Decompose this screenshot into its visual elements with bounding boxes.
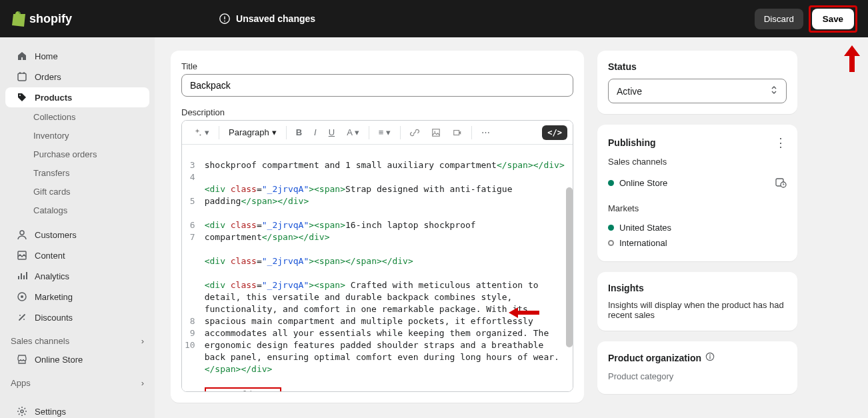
discard-button[interactable]: Discard bbox=[755, 9, 803, 29]
nav-catalogs[interactable]: Catalogs bbox=[5, 201, 149, 219]
svg-rect-10 bbox=[433, 129, 440, 136]
image-button[interactable] bbox=[426, 125, 446, 140]
top-bar: shopify Unsaved changes Discard Save bbox=[0, 0, 868, 37]
main-content: Title Description ▾ Paragraph ▾ B I U A … bbox=[155, 37, 868, 418]
select-chevron-icon bbox=[770, 85, 778, 97]
save-highlight-annotation: Save bbox=[809, 5, 857, 33]
schedule-icon[interactable] bbox=[775, 176, 787, 190]
split-comment-highlighted: <!-- split --> bbox=[205, 387, 282, 391]
bold-button[interactable]: B bbox=[291, 125, 307, 140]
marketing-icon bbox=[16, 291, 28, 303]
shopify-logo: shopify bbox=[11, 11, 72, 27]
home-icon bbox=[16, 50, 28, 62]
products-icon bbox=[16, 91, 28, 103]
content-icon bbox=[16, 249, 28, 261]
text-color-button[interactable]: A ▾ bbox=[341, 125, 365, 140]
status-dot-active bbox=[608, 225, 614, 231]
line-gutter: 3 4 5 6 7 8 9 10 bbox=[182, 145, 201, 391]
gear-icon bbox=[16, 405, 28, 417]
video-button[interactable] bbox=[447, 125, 467, 140]
nav-apps-header[interactable]: Apps› bbox=[0, 370, 155, 391]
brand-text: shopify bbox=[29, 12, 72, 26]
svg-point-9 bbox=[21, 410, 23, 413]
nav-marketing[interactable]: Marketing bbox=[5, 287, 149, 307]
unsaved-changes: Unsaved changes bbox=[219, 13, 315, 25]
nav-transfers[interactable]: Transfers bbox=[5, 164, 149, 182]
product-org-title: Product organization bbox=[608, 352, 787, 363]
status-card: Status Active bbox=[597, 51, 797, 114]
nav-online-store[interactable]: Online Store bbox=[5, 349, 149, 369]
description-editor: ▾ Paragraph ▾ B I U A ▾ ≡ ▾ bbox=[181, 120, 573, 392]
discounts-icon bbox=[16, 311, 28, 323]
status-title: Status bbox=[608, 61, 787, 72]
product-title-input[interactable] bbox=[181, 74, 573, 97]
publishing-card: Publishing ⋮ Sales channels Online Store… bbox=[597, 125, 797, 261]
html-view-toggle[interactable]: </> bbox=[542, 125, 567, 140]
italic-button[interactable]: I bbox=[309, 125, 322, 140]
title-description-card: Title Description ▾ Paragraph ▾ B I U A … bbox=[171, 51, 584, 403]
paragraph-selector[interactable]: Paragraph ▾ bbox=[223, 125, 282, 140]
insights-card: Insights Insights will display when the … bbox=[597, 272, 797, 331]
editor-toolbar: ▾ Paragraph ▾ B I U A ▾ ≡ ▾ bbox=[182, 121, 573, 145]
code-content[interactable]: shockproof compartment and 1 small auxil… bbox=[201, 145, 573, 391]
product-organization-card: Product organization Product category bbox=[597, 341, 797, 394]
status-dot-inactive bbox=[608, 240, 614, 246]
html-code-editor[interactable]: 3 4 5 6 7 8 9 10 shockproof compartment … bbox=[182, 145, 573, 391]
market-international: International bbox=[608, 235, 787, 251]
svg-rect-17 bbox=[709, 356, 710, 359]
product-category-label: Product category bbox=[608, 370, 787, 383]
svg-rect-3 bbox=[18, 73, 26, 81]
nav-orders[interactable]: Orders bbox=[5, 67, 149, 87]
nav-content[interactable]: Content bbox=[5, 245, 149, 265]
nav-customers[interactable]: Customers bbox=[5, 225, 149, 245]
nav-discounts[interactable]: Discounts bbox=[5, 307, 149, 327]
save-button[interactable]: Save bbox=[812, 9, 854, 29]
analytics-icon bbox=[16, 270, 28, 282]
more-button[interactable]: ⋯ bbox=[476, 125, 495, 140]
market-us: United States bbox=[608, 220, 787, 235]
orders-icon bbox=[16, 71, 28, 83]
insights-title: Insights bbox=[608, 283, 787, 293]
ai-generate-button[interactable]: ▾ bbox=[187, 125, 215, 140]
alert-icon bbox=[219, 13, 231, 25]
status-dot-active bbox=[608, 180, 614, 186]
info-icon[interactable] bbox=[705, 352, 715, 363]
svg-rect-12 bbox=[454, 130, 459, 135]
insights-text: Insights will display when the product h… bbox=[608, 300, 787, 320]
nav-inventory[interactable]: Inventory bbox=[5, 127, 149, 145]
svg-point-11 bbox=[434, 131, 435, 132]
nav-collections[interactable]: Collections bbox=[5, 108, 149, 126]
chevron-down-icon: ▾ bbox=[272, 127, 277, 137]
customers-icon bbox=[16, 229, 28, 241]
sales-channels-label: Sales channels bbox=[608, 157, 787, 167]
description-label: Description bbox=[181, 107, 573, 117]
editor-scrollbar[interactable] bbox=[566, 187, 573, 347]
svg-point-5 bbox=[20, 231, 24, 235]
shopify-bag-icon bbox=[11, 11, 25, 27]
link-button[interactable] bbox=[405, 125, 425, 140]
nav-gift-cards[interactable]: Gift cards bbox=[5, 183, 149, 201]
sidebar: Home Orders Products Collections Invento… bbox=[0, 37, 155, 418]
chevron-right-icon: › bbox=[141, 378, 144, 388]
nav-purchase-orders[interactable]: Purchase orders bbox=[5, 145, 149, 163]
align-button[interactable]: ≡ ▾ bbox=[373, 125, 396, 140]
svg-point-2 bbox=[224, 21, 225, 22]
markets-label: Markets bbox=[608, 203, 787, 213]
publishing-title: Publishing bbox=[608, 137, 656, 148]
nav-products[interactable]: Products bbox=[5, 87, 149, 107]
svg-point-8 bbox=[21, 295, 23, 298]
channel-online-store: Online Store bbox=[608, 173, 787, 193]
chevron-right-icon: › bbox=[141, 336, 144, 346]
nav-home[interactable]: Home bbox=[5, 46, 149, 66]
underline-button[interactable]: U bbox=[323, 125, 340, 140]
online-store-icon bbox=[16, 353, 28, 365]
publishing-menu-button[interactable]: ⋮ bbox=[775, 135, 787, 150]
title-label: Title bbox=[181, 61, 573, 71]
nav-analytics[interactable]: Analytics bbox=[5, 266, 149, 286]
svg-point-16 bbox=[709, 355, 711, 356]
status-select[interactable]: Active bbox=[608, 79, 787, 103]
nav-settings[interactable]: Settings bbox=[5, 401, 149, 418]
nav-sales-channels-header[interactable]: Sales channels› bbox=[0, 328, 155, 349]
svg-point-4 bbox=[19, 95, 21, 96]
